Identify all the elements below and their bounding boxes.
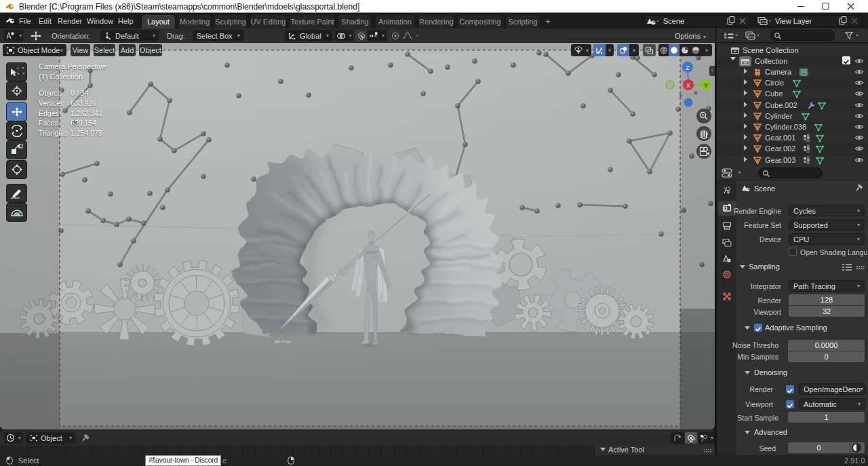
svg-text:Y: Y (704, 82, 708, 89)
svg-text:X: X (686, 82, 690, 89)
svg-text:Z: Z (686, 64, 690, 71)
